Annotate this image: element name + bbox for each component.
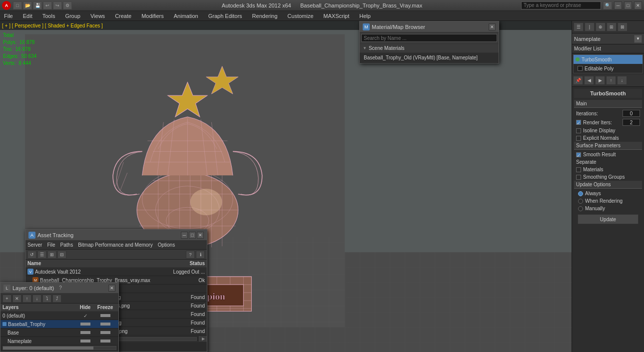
open-icon[interactable]: 📂 bbox=[23, 1, 32, 9]
asset-tool-list[interactable]: ☰ bbox=[37, 251, 46, 259]
material-browser-panel: M Material/Map Browser ✕ ▼ Scene Materia… bbox=[359, 21, 499, 63]
pt-pin[interactable]: 📌 bbox=[573, 76, 583, 85]
undo-icon[interactable]: ↩ bbox=[43, 1, 52, 9]
ts-update-button[interactable]: Update bbox=[578, 214, 639, 224]
rp-icon5[interactable]: ⊠ bbox=[618, 22, 628, 31]
modifier-item-turbosmooth[interactable]: TurboSmooth bbox=[574, 55, 643, 64]
asset-tool-help2[interactable]: ℹ bbox=[196, 251, 205, 259]
redo-icon[interactable]: ↪ bbox=[53, 1, 62, 9]
asset-menu-server[interactable]: Server bbox=[27, 242, 42, 248]
layer-tool3[interactable]: ⤵ bbox=[42, 295, 51, 303]
menu-animation[interactable]: Animation bbox=[172, 13, 200, 19]
ts-surface-label: Surface Parameters bbox=[576, 143, 621, 148]
scene-materials-header[interactable]: ▼ Scene Materials bbox=[360, 44, 499, 53]
layer-name-text: Base bbox=[7, 330, 19, 336]
menu-graph-editors[interactable]: Graph Editors bbox=[206, 13, 244, 19]
ts-isoline-label: Isoline Display bbox=[583, 128, 615, 133]
menu-modifiers[interactable]: Modifiers bbox=[139, 13, 166, 19]
layers-scrollbar[interactable] bbox=[0, 346, 118, 352]
pt-arrow-up[interactable]: ↑ bbox=[606, 76, 616, 85]
ts-iterations-input[interactable] bbox=[623, 110, 640, 117]
layer-tool1[interactable]: ↑ bbox=[22, 295, 31, 303]
tool3-icon[interactable]: ⚙ bbox=[63, 1, 72, 9]
layers-scroll-track[interactable] bbox=[2, 346, 116, 350]
ts-always-radio[interactable] bbox=[578, 191, 583, 196]
asset-minimize-button[interactable]: ─ bbox=[181, 232, 188, 239]
menu-file[interactable]: File bbox=[2, 13, 15, 19]
asset-menu-options[interactable]: Options bbox=[158, 242, 175, 248]
layer-add-button[interactable]: + bbox=[2, 295, 11, 303]
pt-arrow-left[interactable]: ◀ bbox=[584, 76, 594, 85]
menu-create[interactable]: Create bbox=[113, 13, 133, 19]
asset-status-cell: Ok bbox=[150, 278, 205, 283]
nameplate-dropdown[interactable]: ▼ bbox=[634, 35, 642, 43]
maximize-button[interactable]: □ bbox=[624, 1, 632, 9]
layer-row[interactable]: Base bbox=[0, 329, 118, 337]
pt-arrow-right[interactable]: ▶ bbox=[595, 76, 605, 85]
search-input[interactable] bbox=[521, 1, 601, 9]
asset-menu-paths[interactable]: Paths bbox=[60, 242, 73, 248]
modifier-checkbox-editable-poly[interactable] bbox=[578, 66, 583, 71]
new-file-icon[interactable]: □ bbox=[13, 1, 22, 9]
ts-smooth-checkbox[interactable]: ✓ bbox=[576, 152, 581, 157]
viewport-label: [ + ] [ Perspective ] [ Shaded + Edged F… bbox=[2, 23, 103, 28]
ts-explicit-checkbox[interactable] bbox=[576, 136, 581, 141]
layer-tool2[interactable]: ↓ bbox=[32, 295, 41, 303]
minimize-button[interactable]: ─ bbox=[614, 1, 622, 9]
layer-row[interactable]: Nameplate bbox=[0, 337, 118, 346]
material-browser-close-button[interactable]: ✕ bbox=[489, 23, 496, 30]
ts-render-iters-checkbox[interactable]: ✓ bbox=[576, 120, 581, 125]
menu-maxscript[interactable]: MAXScript bbox=[321, 13, 351, 19]
asset-scroll-right[interactable]: ▶ bbox=[199, 336, 207, 342]
layer-delete-button[interactable]: ✕ bbox=[12, 295, 21, 303]
asset-tool-reload[interactable]: ↺ bbox=[27, 251, 36, 259]
layers-scroll-handle[interactable] bbox=[3, 347, 93, 350]
ts-main-header: Main bbox=[574, 100, 642, 108]
ts-when-rendering-radio[interactable] bbox=[578, 199, 583, 204]
stats-edges: Edges: 50 634 bbox=[3, 53, 36, 60]
rp-icon3[interactable]: ⊕ bbox=[596, 22, 606, 31]
layers-panel-title: Layer: 0 (default) bbox=[12, 285, 55, 291]
asset-menu-file[interactable]: File bbox=[47, 242, 55, 248]
rp-icon2[interactable]: | bbox=[585, 22, 595, 31]
layers-help-label[interactable]: ? bbox=[59, 285, 62, 291]
rp-icon4[interactable]: ⊞ bbox=[607, 22, 617, 31]
ts-isoline-checkbox[interactable] bbox=[576, 128, 581, 133]
title-toolbar-icons: □ 📂 💾 ↩ ↪ ⚙ bbox=[13, 1, 72, 9]
layer-row[interactable]: 0 (default)✓ bbox=[0, 312, 118, 320]
layer-line bbox=[80, 331, 90, 334]
asset-tool-help1[interactable]: ? bbox=[186, 251, 195, 259]
pt-arrow-down[interactable]: ↓ bbox=[617, 76, 627, 85]
asset-close-button[interactable]: ✕ bbox=[197, 232, 204, 239]
layers-col-freeze: Freeze bbox=[94, 305, 116, 310]
asset-maximize-button[interactable]: □ bbox=[189, 232, 196, 239]
save-icon[interactable]: 💾 bbox=[33, 1, 42, 9]
menu-tools[interactable]: Tools bbox=[40, 13, 57, 19]
menu-views[interactable]: Views bbox=[88, 13, 107, 19]
search-icon[interactable]: 🔍 bbox=[603, 1, 612, 9]
ts-materials-checkbox[interactable] bbox=[576, 167, 581, 172]
asset-tracking-title: Asset Tracking bbox=[37, 232, 179, 238]
close-button[interactable]: ✕ bbox=[634, 1, 642, 9]
layers-col-hide: Hide bbox=[76, 305, 94, 310]
viewport[interactable]: [ + ] [ Perspective ] [ Shaded + Edged F… bbox=[0, 21, 572, 352]
ts-render-iters-input[interactable] bbox=[623, 119, 640, 126]
ts-smoothing-checkbox[interactable] bbox=[576, 175, 581, 180]
menu-group[interactable]: Group bbox=[63, 13, 82, 19]
menu-rendering[interactable]: Rendering bbox=[250, 13, 280, 19]
ts-manually-radio[interactable] bbox=[578, 206, 583, 211]
layer-row[interactable]: Baseball_Trophy bbox=[0, 320, 118, 329]
material-item[interactable]: Baseball_Trophy_Old (VRayMtl) [Base, Nam… bbox=[360, 53, 499, 63]
asset-menu-bitmap-perf[interactable]: Bitmap Performance and Memory bbox=[78, 242, 153, 248]
rp-icon1[interactable]: ☰ bbox=[574, 22, 584, 31]
modifier-item-editable-poly[interactable]: Editable Poly bbox=[574, 64, 643, 73]
menu-help[interactable]: Help bbox=[357, 13, 373, 19]
layers-close-button[interactable]: ✕ bbox=[108, 285, 115, 292]
menu-customize[interactable]: Customize bbox=[285, 13, 315, 19]
asset-tool-table[interactable]: ⊟ bbox=[57, 251, 66, 259]
asset-row[interactable]: VAutodesk Vault 2012Logged Out ... bbox=[25, 268, 207, 276]
asset-tool-grid[interactable]: ⊞ bbox=[47, 251, 56, 259]
menu-edit[interactable]: Edit bbox=[21, 13, 34, 19]
material-search-input[interactable] bbox=[361, 34, 497, 42]
layer-tool4[interactable]: ⤴ bbox=[52, 295, 61, 303]
